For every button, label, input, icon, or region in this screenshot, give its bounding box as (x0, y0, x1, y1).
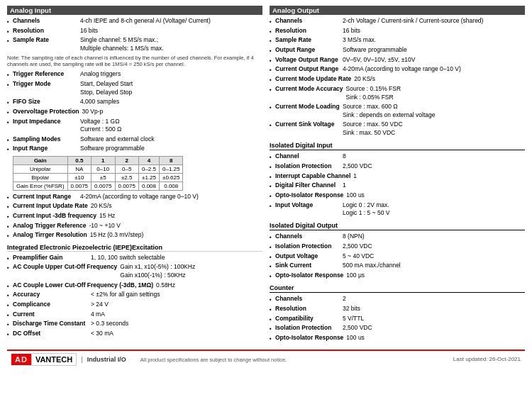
cell: 0.0075 (67, 181, 91, 190)
list-item: ▪ Analog Tirrger Resolution 15 Hz (0.3 m… (7, 231, 262, 240)
bullet: ▪ (270, 191, 275, 200)
logo-advantech-white: VANTECH (31, 353, 77, 366)
item-value: Source : max. 600 Ω Sink : depends on ex… (343, 103, 525, 120)
bullet: ▪ (7, 281, 13, 290)
item-label: Accuracy (13, 291, 91, 299)
list-item: ▪ Sample Rate Single channel: 5 MS/s max… (7, 36, 262, 53)
counter-section: Counter ▪ Channels 2 ▪ Resolution 32 bit… (270, 284, 525, 342)
item-label: Complicance (13, 301, 91, 309)
isolated-digital-input-header: Isolated Digital Input (270, 142, 525, 150)
item-label: Discharge Time Constant (13, 320, 91, 328)
list-item: ▪ Channels 2-ch Voltage / Current-sink /… (270, 17, 525, 26)
bullet: ▪ (270, 295, 275, 303)
main-content: Analog Input ▪ Channels 4-ch IEPE and 8-… (7, 6, 525, 344)
cell: 0.0075 (92, 181, 115, 190)
bullet: ▪ (7, 118, 13, 135)
item-label: AC Couple Lower Cut-Off Frequency (-3dB,… (13, 281, 156, 290)
list-item: ▪ Current Input -3dB frequency 15 Hz (7, 212, 262, 220)
item-value: 20 KS/s (354, 75, 525, 84)
list-item: ▪ Current 4 mA (7, 311, 262, 319)
footer-last-updated: Last updated: 26-Oct-2021 (453, 356, 521, 362)
list-item: ▪ Preamplifier Gain 1, 10, 100 switch se… (7, 254, 262, 262)
list-item: ▪ Current Mode Accuracy Source : 0.15% F… (270, 85, 525, 102)
bullet: ▪ (7, 36, 13, 53)
list-item: ▪ AC Couple Upper Cut-Off Frequency Gain… (7, 263, 262, 280)
item-label: Output Voltage (275, 252, 343, 261)
item-value: 1, 10, 100 switch selectable (91, 254, 262, 262)
cell: 0–5 (115, 164, 138, 173)
list-item: ▪ Digital Filter Channel 1 (270, 181, 525, 190)
footer: ADVANTECH | Industrial I/O All product s… (7, 350, 525, 368)
bullet: ▪ (7, 80, 13, 97)
item-label: Trigger Mode (13, 80, 80, 97)
list-item: ▪ Sink Current 500 mA max./channel (270, 262, 525, 270)
table-row: Gain Error (%FSR) 0.0075 0.0075 0.0075 0… (13, 181, 183, 190)
cell: 0–10 (92, 164, 115, 173)
item-value: > 24 V (91, 301, 262, 309)
footer-note-area: All product specifications are subject t… (126, 356, 453, 363)
item-value: 100 us (346, 334, 525, 342)
item-label: Compatibility (275, 315, 343, 323)
item-value: < 30 mA (91, 330, 262, 338)
bullet: ▪ (7, 108, 13, 116)
list-item: ▪ Current Sink Voltage Source : max. 50 … (270, 121, 525, 138)
item-value: 4,000 samples (80, 98, 262, 106)
item-value: 4-ch IEPE and 8-ch general AI (Voltage/ … (80, 17, 262, 26)
cell: 0.008 (138, 181, 159, 190)
item-value: Analog triggers (80, 70, 262, 79)
item-value: Gain x1, x10(-5%) : 100KHz Gain x100(-1%… (120, 263, 262, 280)
list-item: ▪ Interrupt Capable Channel 1 (270, 172, 525, 181)
item-label: Input Voltage (275, 201, 343, 218)
list-item: ▪ Current Input Range 4-20mA (according … (7, 193, 262, 201)
item-value: 2 (343, 295, 525, 303)
item-label: Channels (13, 17, 80, 26)
item-label: Opto-Isolator Response (275, 334, 346, 342)
list-item: ▪ Overvoltage Protection 30 Vp-p (7, 108, 262, 116)
row-label: Bipolar (13, 173, 68, 181)
item-label: Channels (275, 233, 343, 241)
item-label: Analog Tirrger Resolution (13, 231, 90, 240)
left-column: Analog Input ▪ Channels 4-ch IEPE and 8-… (7, 6, 262, 344)
list-item: ▪ Sample Rate 3 MS/s max. (270, 36, 525, 45)
list-item: ▪ Isolation Protection 2,500 VDC (270, 324, 525, 333)
bullet: ▪ (270, 103, 275, 120)
bullet: ▪ (270, 162, 275, 171)
isolated-digital-output-section: Isolated Digital Output ▪ Channels 8 (NP… (270, 222, 525, 280)
bullet: ▪ (7, 254, 13, 262)
footer-note: All product specifications are subject t… (140, 357, 453, 363)
item-value: Software and external clock (80, 135, 262, 144)
item-value: Single channel: 5 MS/s max.; Multiple ch… (80, 36, 262, 53)
cell: ±10 (67, 173, 91, 181)
item-value: -10 ~ +10 V (89, 222, 262, 230)
list-item: ▪ Channels 8 (NPN) (270, 233, 525, 241)
analog-input-header: Analog Input (7, 6, 262, 15)
bullet: ▪ (270, 65, 275, 74)
item-value: Source : max. 50 VDC Sink : max. 50 VDC (343, 121, 525, 138)
gain-col-1: 1 (92, 156, 115, 164)
item-label: Analog Trigger Reference (13, 222, 89, 230)
item-value: Source : 0.15% FSR Sink : 0.05% FSR (346, 85, 525, 102)
cell: 0.008 (160, 181, 183, 190)
item-value: < ±2% for all gain settings (91, 291, 262, 299)
item-label: Current Input Range (13, 193, 80, 201)
gain-col-4: 4 (138, 156, 159, 164)
item-value: 8 (343, 152, 525, 161)
list-item: ▪ AC Couple Lower Cut-Off Frequency (-3d… (7, 281, 262, 290)
list-item: ▪ Opto-Isolator Response 100 μs (270, 272, 525, 280)
bullet: ▪ (7, 27, 13, 35)
cell: 0–2.5 (138, 164, 159, 173)
list-item: ▪ Current Mode Loading Source : max. 600… (270, 103, 525, 120)
bullet: ▪ (7, 320, 13, 328)
item-value: 16 bits (343, 27, 525, 35)
bullet: ▪ (270, 252, 275, 261)
bullet: ▪ (7, 70, 13, 79)
list-item: ▪ FIFO Size 4,000 samples (7, 98, 262, 106)
cell: 0.0075 (115, 181, 138, 190)
list-item: ▪ Input Range Software programmable (7, 145, 262, 153)
bullet: ▪ (7, 212, 13, 220)
item-label: Current Mode Update Rate (275, 75, 354, 84)
item-label: Current Output Range (275, 65, 343, 74)
bullet: ▪ (7, 193, 13, 201)
cell: NA (67, 164, 91, 173)
item-label: Channel (275, 152, 343, 161)
